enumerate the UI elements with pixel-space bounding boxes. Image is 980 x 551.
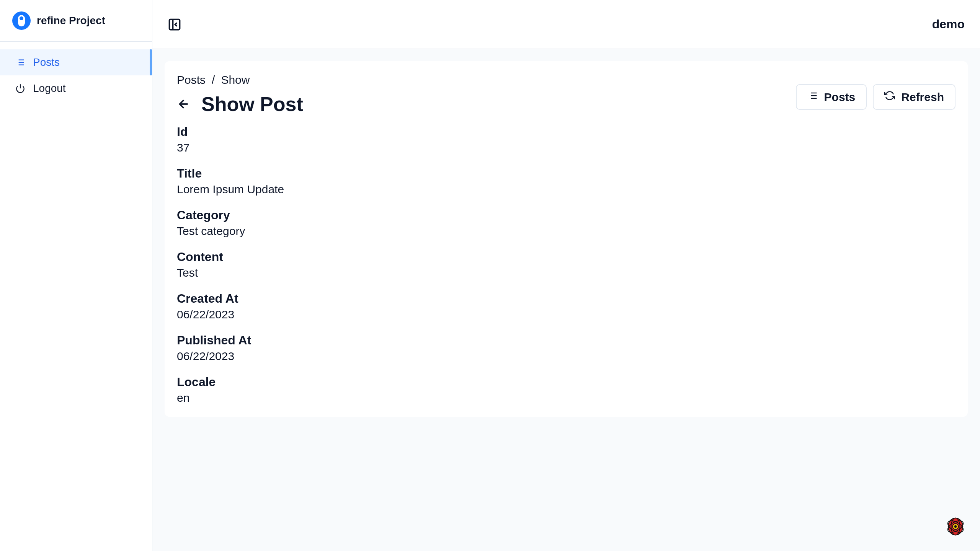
project-title: refine Project xyxy=(37,15,105,27)
field-value: 06/22/2023 xyxy=(177,350,956,363)
button-label: Posts xyxy=(824,91,856,104)
breadcrumb: Posts / Show xyxy=(177,73,303,86)
refine-logo-icon xyxy=(12,11,31,30)
card-header-left: Posts / Show Show Post xyxy=(177,73,303,116)
topbar: demo xyxy=(152,0,980,49)
main-area: demo Posts / Show xyxy=(152,0,980,551)
field-label: Category xyxy=(177,208,956,222)
field-category: Category Test category xyxy=(177,208,956,238)
field-title: Title Lorem Ipsum Update xyxy=(177,166,956,196)
field-label: Locale xyxy=(177,375,956,389)
field-id: Id 37 xyxy=(177,125,956,154)
list-icon xyxy=(807,90,818,104)
svg-point-20 xyxy=(954,525,957,528)
field-published-at: Published At 06/22/2023 xyxy=(177,333,956,363)
breadcrumb-separator: / xyxy=(212,73,215,86)
back-button[interactable] xyxy=(177,97,191,111)
field-value: Lorem Ipsum Update xyxy=(177,183,956,196)
sidebar-item-label: Logout xyxy=(33,82,66,95)
page-title: Show Post xyxy=(201,93,303,116)
card-header: Posts / Show Show Post xyxy=(177,73,956,116)
field-value: Test category xyxy=(177,225,956,238)
field-content: Content Test xyxy=(177,250,956,279)
field-locale: Locale en xyxy=(177,375,956,404)
field-value: en xyxy=(177,391,956,404)
field-label: Title xyxy=(177,166,956,181)
react-query-devtools-icon[interactable] xyxy=(943,514,968,539)
sidebar-item-posts[interactable]: Posts xyxy=(0,49,152,75)
field-value: Test xyxy=(177,266,956,279)
posts-list-button[interactable]: Posts xyxy=(796,84,867,110)
sidebar-nav: Posts Logout xyxy=(0,42,152,101)
content: Posts / Show Show Post xyxy=(152,49,980,551)
field-created-at: Created At 06/22/2023 xyxy=(177,292,956,321)
sidebar: refine Project Posts xyxy=(0,0,152,551)
sidebar-collapse-button[interactable] xyxy=(168,18,181,31)
sidebar-item-label: Posts xyxy=(33,56,60,68)
field-label: Content xyxy=(177,250,956,264)
list-icon xyxy=(15,57,25,67)
field-label: Published At xyxy=(177,333,956,347)
show-card: Posts / Show Show Post xyxy=(165,61,968,417)
card-actions: Posts Refresh xyxy=(796,73,956,110)
user-label: demo xyxy=(932,17,965,31)
title-row: Show Post xyxy=(177,93,303,116)
breadcrumb-root[interactable]: Posts xyxy=(177,73,206,86)
field-value: 37 xyxy=(177,141,956,154)
sidebar-item-logout[interactable]: Logout xyxy=(0,75,152,101)
field-label: Created At xyxy=(177,292,956,306)
power-icon xyxy=(15,83,25,93)
field-value: 06/22/2023 xyxy=(177,308,956,321)
button-label: Refresh xyxy=(901,91,944,104)
breadcrumb-current: Show xyxy=(221,73,250,86)
field-label: Id xyxy=(177,125,956,139)
sidebar-header: refine Project xyxy=(0,0,152,42)
refresh-button[interactable]: Refresh xyxy=(873,84,956,110)
refresh-icon xyxy=(884,90,895,104)
